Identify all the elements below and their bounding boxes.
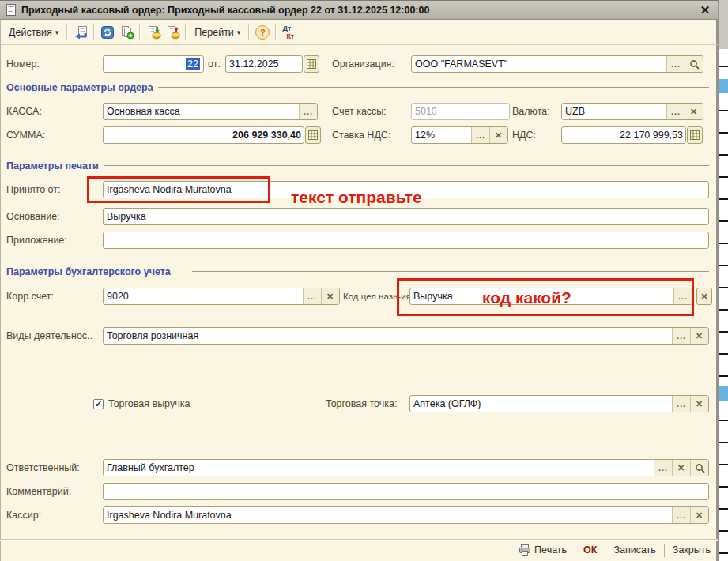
attachment-label: Приложение: <box>6 232 67 249</box>
summa-value: 206 929 330,40 <box>107 130 304 141</box>
clear-button[interactable]: ✕ <box>672 460 690 476</box>
comment-field[interactable] <box>103 483 709 500</box>
currency-field[interactable]: UZB ... ✕ <box>561 103 703 120</box>
ok-button[interactable]: ОК <box>580 544 600 555</box>
number-value: 22 <box>186 58 200 70</box>
clear-button[interactable]: ✕ <box>489 127 507 143</box>
toolbar-separator <box>66 24 68 40</box>
vat-value: 22 170 999,53 <box>565 130 685 141</box>
cashier-field[interactable]: Irgasheva Nodira Muratovna ... ✕ <box>103 506 709 524</box>
kassa-field[interactable]: Основная касса ... <box>103 103 318 120</box>
unpost-document-icon[interactable] <box>164 24 181 41</box>
organization-field[interactable]: ООО "FARMASEVT" ... <box>411 55 703 73</box>
calculator-button[interactable] <box>305 126 321 144</box>
save-button[interactable]: Записать <box>610 544 658 555</box>
title-bar: Приходный кассовый ордер: Приходный касс… <box>0 0 718 20</box>
clear-button[interactable]: ✕ <box>321 288 339 304</box>
ellipsis-button[interactable]: ... <box>672 507 690 523</box>
actions-menu-label: Действия <box>9 27 52 38</box>
number-field[interactable]: 22 <box>103 55 204 73</box>
kassa-label: КАССА: <box>6 103 42 120</box>
toolbar-separator <box>139 24 141 40</box>
responsible-label: Ответственный: <box>6 459 80 476</box>
ellipsis-button[interactable]: ... <box>654 460 672 476</box>
corr-account-field[interactable]: 9020 ... ✕ <box>103 288 340 305</box>
section-main-header: Основные параметры ордера <box>6 82 153 93</box>
clear-button[interactable]: ✕ <box>696 288 712 305</box>
ellipsis-button[interactable]: ... <box>672 396 690 412</box>
actions-menu-button[interactable]: Действия ▾ <box>5 24 62 40</box>
organization-value: ООО "FARMASEVT" <box>415 58 666 70</box>
date-field[interactable]: 31.12.2025 <box>225 55 303 73</box>
basis-field[interactable]: Выручка <box>103 208 709 225</box>
attachment-field[interactable] <box>103 232 709 249</box>
activity-kind-label: Виды деятельнос.. <box>6 327 92 345</box>
kassa-value: Основная касса <box>107 106 299 117</box>
toolbar-separator <box>93 24 95 40</box>
calendar-button[interactable] <box>304 55 319 73</box>
clear-button[interactable]: ✕ <box>685 104 703 119</box>
ellipsis-button[interactable]: ... <box>471 127 489 143</box>
print-label: Печать <box>534 544 567 555</box>
cashier-value: Irgasheva Nodira Muratovna <box>107 510 672 521</box>
vat-rate-field[interactable]: 12% ... ✕ <box>411 126 508 144</box>
currency-value: UZB <box>565 106 666 117</box>
trade-revenue-checkbox[interactable]: ✔ <box>93 399 104 409</box>
help-icon[interactable]: ? <box>254 24 271 41</box>
calculator-icon <box>690 130 700 140</box>
section-line <box>104 165 709 166</box>
toolbar-separator <box>275 24 277 40</box>
summa-field[interactable]: 206 929 330,40 <box>103 126 304 144</box>
trade-revenue-label: Торговая выручка <box>108 395 190 412</box>
background-selected-row <box>719 386 728 401</box>
section-print-header: Параметры печати <box>6 160 99 171</box>
annotation-kod: код какой? <box>482 288 571 307</box>
close-button[interactable]: Закрыть <box>670 544 714 555</box>
vat-field[interactable]: 22 170 999,53 <box>561 126 686 144</box>
refresh-icon[interactable] <box>99 24 116 41</box>
corr-account-value: 9020 <box>107 291 303 302</box>
clear-button[interactable]: ✕ <box>690 396 708 412</box>
activity-kind-field[interactable]: Торговля розничная ... ✕ <box>103 327 709 345</box>
lookup-button[interactable] <box>690 460 708 476</box>
toolbar-separator <box>248 24 250 40</box>
annotation-box-received-from <box>87 176 270 203</box>
chevron-down-icon: ▾ <box>237 28 241 36</box>
section-accounting-header: Параметры бухгалтерского учета <box>6 266 171 277</box>
calculator-button[interactable] <box>687 126 703 144</box>
goto-menu-button[interactable]: Перейти ▾ <box>190 24 244 40</box>
reread-document-icon[interactable] <box>72 24 89 41</box>
close-icon[interactable]: ✕ <box>697 3 713 17</box>
print-button[interactable]: Печать <box>515 544 570 556</box>
ellipsis-button[interactable]: ... <box>666 104 685 119</box>
basis-value: Выручка <box>107 211 705 222</box>
lookup-button[interactable] <box>685 56 703 72</box>
section-line <box>158 87 709 88</box>
ellipsis-button[interactable]: ... <box>299 104 317 119</box>
background-selected-row <box>719 79 728 93</box>
basis-label: Основание: <box>6 208 60 225</box>
responsible-field[interactable]: Главный бухгалтер ... ✕ <box>103 459 709 476</box>
footer-divider <box>575 544 575 557</box>
comment-label: Комментарий: <box>6 483 71 500</box>
help-glyph: ? <box>260 28 266 37</box>
footer-divider <box>605 544 605 557</box>
dtkt-postings-icon[interactable]: Дт Кт <box>281 24 298 41</box>
post-document-icon[interactable] <box>145 24 162 41</box>
ellipsis-button[interactable]: ... <box>672 328 690 344</box>
trade-point-label: Торговая точка: <box>326 395 397 412</box>
ellipsis-button[interactable]: ... <box>666 56 685 72</box>
clear-button[interactable]: ✕ <box>690 507 708 523</box>
received-from-label: Принято от: <box>6 181 60 198</box>
chevron-down-icon: ▾ <box>55 28 59 36</box>
cash-account-value: 5010 <box>415 106 506 117</box>
vat-rate-value: 12% <box>415 130 471 141</box>
window-title: Приходный кассовый ордер: Приходный касс… <box>21 5 693 16</box>
magnifier-icon <box>695 463 705 473</box>
ellipsis-button[interactable]: ... <box>303 288 321 304</box>
kt-glyph: Кт <box>286 32 294 40</box>
copy-document-icon[interactable] <box>118 24 135 41</box>
trade-point-field[interactable]: Аптека (ОГЛФ) ... ✕ <box>409 395 709 412</box>
vat-label: НДС: <box>512 126 536 144</box>
clear-button[interactable]: ✕ <box>690 328 708 344</box>
